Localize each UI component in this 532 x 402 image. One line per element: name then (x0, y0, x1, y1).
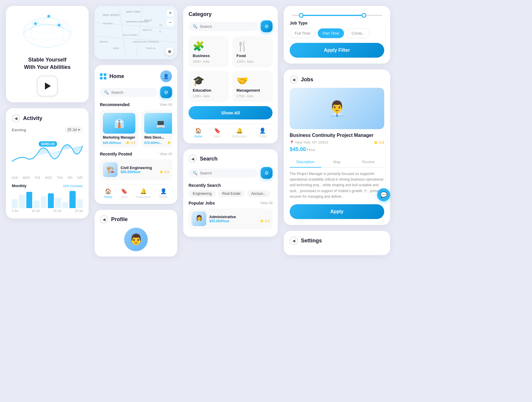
category-filter-btn[interactable]: ⚙ (261, 20, 273, 32)
nav-home[interactable]: 🏠 Home (104, 188, 112, 199)
category-filter-icon: ⚙ (265, 24, 269, 29)
cat-business-count: 1800+ Jobs (193, 60, 210, 63)
bar-2 (19, 195, 25, 208)
svg-text:Old Place: Old Place (103, 22, 113, 25)
date-badge[interactable]: 25 Jul ▾ (64, 127, 83, 133)
job-rating-1: ⭐ 4.9 (126, 141, 135, 145)
nav-save-icon: 🔖 (121, 188, 127, 194)
play-button[interactable] (37, 76, 58, 96)
popular-jobs-label: Popular Jobs (189, 201, 215, 205)
job-card-img-2: 💻 (144, 113, 172, 134)
back-arrow-search[interactable]: ◀ (189, 155, 197, 163)
job-card-2[interactable]: 💻 Web Devo... $78.00/Ho... ⭐ 4.8 (141, 110, 172, 147)
home-filter-btn[interactable]: ⚙ (160, 86, 172, 98)
salary-range-slider[interactable] (290, 15, 384, 16)
nav-save[interactable]: 🔖 Save (121, 188, 127, 199)
cat-nav-home[interactable]: 🏠 Home (194, 127, 202, 138)
search-main-box[interactable]: 🔍 (189, 168, 258, 178)
nav-profile[interactable]: 👤 Profile (159, 188, 168, 199)
recent-job-rating-1: ⭐ 4.8 (159, 170, 169, 174)
popular-job-price-1: $55.00/Hour (209, 219, 229, 223)
range-thumb-left[interactable] (299, 13, 304, 18)
map-location-icon[interactable]: ⊕ (166, 47, 174, 56)
search-main-input[interactable] (200, 171, 254, 175)
cat-education[interactable]: 🎓 Education 1280+ Jobs (189, 71, 229, 102)
tab-map[interactable]: Map (321, 157, 353, 167)
chat-fab-button[interactable]: 💬 (377, 188, 390, 201)
popular-job-1[interactable]: 👩‍💼 Administrative $55.00/Hour ⭐ 5.0 (189, 208, 273, 229)
search-filter-btn[interactable]: ⚙ (261, 167, 273, 179)
jobs-card-wrap: ◀ Jobs 👨‍💼 Business Continuity Project M… (284, 69, 390, 225)
recent-job-1[interactable]: 🏗️ Civil Engineering $55.00/Hour ⭐ 4.8 (100, 159, 172, 180)
category-title: Category (189, 11, 212, 17)
search-card: ◀ Search 🔍 ⚙ Recently Search Engineering… (183, 149, 278, 237)
job-card-1[interactable]: 👔 Marketing Manager $45.00/Hour ⭐ 4.9 (100, 110, 138, 147)
home-bottom-nav: 🏠 Home 🔖 Save 🔔 Notification 👤 Profile (100, 184, 172, 199)
svg-point-2 (24, 25, 71, 40)
settings-title: Settings (301, 238, 322, 244)
range-thumb-right[interactable] (361, 13, 366, 18)
earning-chart: $4092.00 (12, 136, 83, 174)
popular-job-img-1: 👩‍💼 (192, 211, 206, 226)
cat-business[interactable]: 🧩 Business 1800+ Jobs (189, 36, 229, 67)
recommended-list: 👔 Marketing Manager $45.00/Hour ⭐ 4.9 💻 … (100, 110, 172, 147)
recommended-label: Recommended (100, 102, 129, 107)
globe-illustration (12, 12, 83, 53)
type-full-time[interactable]: Full Time (290, 28, 315, 38)
cat-nav-save-icon: 🔖 (214, 127, 220, 134)
job-main-price: $45.00/Hour (290, 146, 384, 153)
home-search-icon: 🔍 (104, 90, 109, 95)
job-type-label: Job Type (290, 21, 384, 25)
type-contract[interactable]: Conta... (346, 28, 370, 38)
svg-text:WEST B...: WEST B... (143, 29, 154, 31)
cat-nav-notification[interactable]: 🔔 Notification (232, 127, 246, 138)
filter-card: Job Type Full Time Part Time Conta... Ap… (284, 6, 390, 64)
play-icon (45, 82, 51, 90)
show-all-button[interactable]: Show All (189, 106, 273, 119)
chart-tooltip: $4092.00 (39, 141, 57, 147)
category-search-input[interactable] (200, 24, 254, 29)
svg-text:NEW YORK: NEW YORK (126, 10, 140, 13)
tag-account[interactable]: Accoun... (247, 190, 270, 197)
tab-description[interactable]: Discription (290, 157, 321, 168)
nav-notification[interactable]: 🔔 Notification (136, 188, 150, 199)
back-arrow-activity[interactable]: ◀ (12, 114, 20, 122)
type-part-time[interactable]: Part Time (318, 28, 344, 38)
cat-nav-profile[interactable]: 👤 Profile (258, 127, 267, 138)
map-zoom-in[interactable]: + (167, 9, 174, 17)
jobs-title: Jobs (301, 77, 313, 83)
stable-title: Stable Yourself With Your Abilities (12, 56, 83, 71)
cat-management[interactable]: 🤝 Management 1750+ Jobs (232, 71, 273, 102)
cat-nav-save[interactable]: 🔖 Save (214, 127, 220, 138)
user-avatar[interactable]: 👤 (160, 70, 172, 82)
apply-button[interactable]: Apply (290, 204, 384, 219)
bar-7 (55, 198, 61, 208)
cat-food[interactable]: 🍴 Food 1350+ Jobs (232, 36, 273, 67)
job-price-1: $45.00/Hour (103, 141, 121, 145)
back-arrow-jobs[interactable]: ◀ (290, 75, 298, 84)
tab-review[interactable]: Review (353, 157, 384, 167)
business-icon: 🧩 (193, 40, 205, 52)
profile-avatar: 👨 (124, 228, 148, 251)
svg-text:CASTLETON CORNERS: CASTLETON CORNERS (133, 40, 159, 43)
map-zoom-out[interactable]: − (167, 19, 174, 26)
job-title-1: Marketing Manager (103, 135, 135, 140)
apply-filter-button[interactable]: Apply Filter (290, 43, 384, 58)
grid-icon (100, 73, 106, 80)
back-arrow-settings[interactable]: ◀ (290, 237, 298, 245)
stable-card: Stable Yourself With Your Abilities (6, 6, 89, 102)
search-title: Search (200, 156, 218, 162)
category-search-icon: 🔍 (193, 24, 197, 29)
tag-real-estate[interactable]: Real Estate (218, 190, 245, 197)
recommended-view-all[interactable]: View All (160, 103, 172, 107)
job-tabs: Discription Map Review (290, 157, 384, 168)
cat-nav-home-label: Home (194, 135, 202, 138)
category-search-box[interactable]: 🔍 (189, 22, 258, 31)
tag-engineering[interactable]: Engineering (189, 190, 216, 197)
home-search-box[interactable]: 🔍 (100, 88, 157, 97)
nav-home-icon: 🏠 (105, 188, 111, 194)
home-search-input[interactable] (111, 90, 153, 95)
back-arrow-profile[interactable]: ◀ (100, 215, 108, 223)
popular-view-all[interactable]: View All (260, 201, 273, 205)
recently-view-all[interactable]: View All (160, 152, 172, 156)
